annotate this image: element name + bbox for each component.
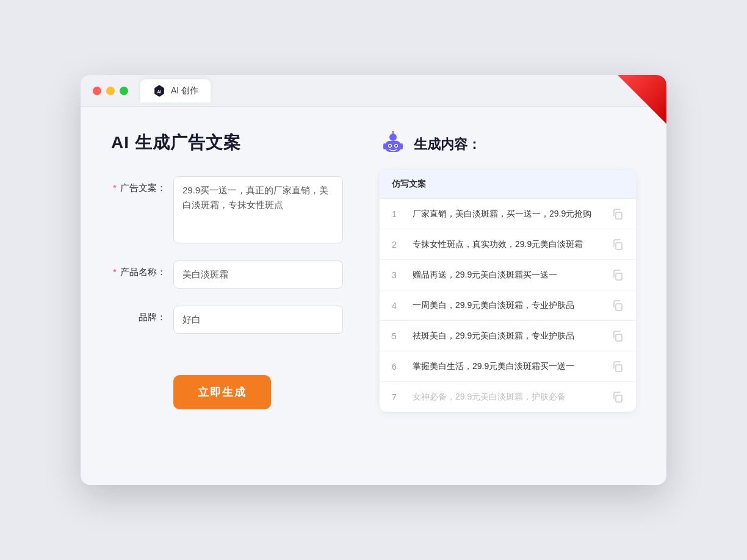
- product-name-input[interactable]: [173, 260, 343, 289]
- svg-point-9: [395, 145, 397, 147]
- row-text: 掌握美白生活，29.9元美白淡斑霜买一送一: [413, 360, 603, 373]
- required-mark-2: *: [113, 267, 117, 277]
- ai-tab-icon: AI: [153, 84, 166, 98]
- copy-icon[interactable]: [612, 208, 624, 220]
- copy-icon[interactable]: [612, 300, 624, 312]
- copy-icon[interactable]: [612, 361, 624, 373]
- browser-window: AI AI 创作 AI 生成广告文案 * 广告文案： 29.9买一送一，真正的厂…: [81, 75, 666, 485]
- row-text: 赠品再送，29.9元美白淡斑霜买一送一: [413, 268, 603, 281]
- maximize-button[interactable]: [120, 87, 128, 95]
- result-header: 生成内容：: [380, 131, 636, 158]
- robot-icon: [380, 131, 406, 158]
- row-number: 1: [392, 209, 404, 219]
- svg-rect-16: [616, 334, 622, 341]
- tab-title: AI 创作: [171, 85, 198, 96]
- ad-copy-textarea[interactable]: 29.9买一送一，真正的厂家直销，美白淡斑霜，专抹女性斑点: [173, 176, 343, 243]
- table-row: 3 赠品再送，29.9元美白淡斑霜买一送一: [380, 260, 636, 290]
- close-button[interactable]: [93, 87, 101, 95]
- table-row: 2 专抹女性斑点，真实功效，29.9元美白淡斑霜: [380, 229, 636, 260]
- svg-rect-15: [616, 304, 622, 311]
- copy-icon[interactable]: [612, 239, 624, 251]
- form-group-product-name: * 产品名称：: [111, 260, 343, 289]
- row-text: 祛斑美白，29.9元美白淡斑霜，专业护肤品: [413, 329, 603, 342]
- row-text: 专抹女性斑点，真实功效，29.9元美白淡斑霜: [413, 238, 603, 251]
- svg-rect-12: [616, 212, 622, 219]
- row-text: 一周美白，29.9元美白淡斑霜，专业护肤品: [413, 299, 603, 312]
- copy-icon[interactable]: [612, 391, 624, 403]
- table-row: 6 掌握美白生活，29.9元美白淡斑霜买一送一: [380, 351, 636, 382]
- result-section-title: 生成内容：: [414, 135, 481, 154]
- result-table: 仿写文案 1 厂家直销，美白淡斑霜，买一送一，29.9元抢购 2 专抹女性斑点，…: [380, 170, 636, 412]
- svg-rect-18: [616, 395, 622, 402]
- active-tab[interactable]: AI AI 创作: [140, 79, 211, 102]
- ad-copy-label: * 广告文案：: [111, 176, 166, 194]
- row-number: 2: [392, 240, 404, 249]
- brand-label: 品牌：: [111, 306, 166, 323]
- table-row: 4 一周美白，29.9元美白淡斑霜，专业护肤品: [380, 290, 636, 321]
- svg-rect-13: [616, 243, 622, 249]
- svg-rect-17: [616, 365, 622, 372]
- form-group-brand: 品牌：: [111, 306, 343, 334]
- svg-point-8: [389, 145, 391, 147]
- table-row: 5 祛斑美白，29.9元美白淡斑霜，专业护肤品: [380, 321, 636, 351]
- right-panel: 生成内容： 仿写文案 1 厂家直销，美白淡斑霜，买一送一，29.9元抢购 2 专…: [380, 131, 636, 461]
- svg-rect-14: [616, 273, 622, 280]
- row-text: 女神必备，29.9元美白淡斑霜，护肤必备: [413, 390, 603, 403]
- brand-input[interactable]: [173, 306, 343, 334]
- svg-point-2: [389, 134, 397, 141]
- minimize-button[interactable]: [106, 87, 115, 95]
- required-mark-1: *: [113, 182, 117, 193]
- result-rows-container: 1 厂家直销，美白淡斑霜，买一送一，29.9元抢购 2 专抹女性斑点，真实功效，…: [380, 199, 636, 412]
- row-number: 6: [392, 362, 404, 372]
- table-header: 仿写文案: [380, 170, 636, 199]
- generate-button[interactable]: 立即生成: [173, 375, 271, 409]
- svg-text:AI: AI: [157, 88, 161, 94]
- row-number: 5: [392, 331, 404, 341]
- row-number: 7: [392, 392, 404, 402]
- table-row: 1 厂家直销，美白淡斑霜，买一送一，29.9元抢购: [380, 199, 636, 229]
- row-number: 3: [392, 270, 404, 280]
- form-group-ad-copy: * 广告文案： 29.9买一送一，真正的厂家直销，美白淡斑霜，专抹女性斑点: [111, 176, 343, 243]
- svg-rect-4: [383, 143, 386, 149]
- copy-icon[interactable]: [612, 330, 624, 342]
- page-title: AI 生成广告文案: [111, 131, 343, 154]
- product-name-label: * 产品名称：: [111, 260, 166, 278]
- copy-icon[interactable]: [612, 269, 624, 281]
- row-text: 厂家直销，美白淡斑霜，买一送一，29.9元抢购: [413, 207, 603, 220]
- main-content: AI 生成广告文案 * 广告文案： 29.9买一送一，真正的厂家直销，美白淡斑霜…: [81, 107, 666, 485]
- traffic-lights: [93, 87, 128, 95]
- left-panel: AI 生成广告文案 * 广告文案： 29.9买一送一，真正的厂家直销，美白淡斑霜…: [111, 131, 343, 461]
- row-number: 4: [392, 301, 404, 311]
- titlebar: AI AI 创作: [81, 75, 666, 107]
- svg-rect-5: [400, 143, 403, 149]
- table-row: 7 女神必备，29.9元美白淡斑霜，护肤必备: [380, 382, 636, 412]
- svg-point-11: [392, 131, 394, 132]
